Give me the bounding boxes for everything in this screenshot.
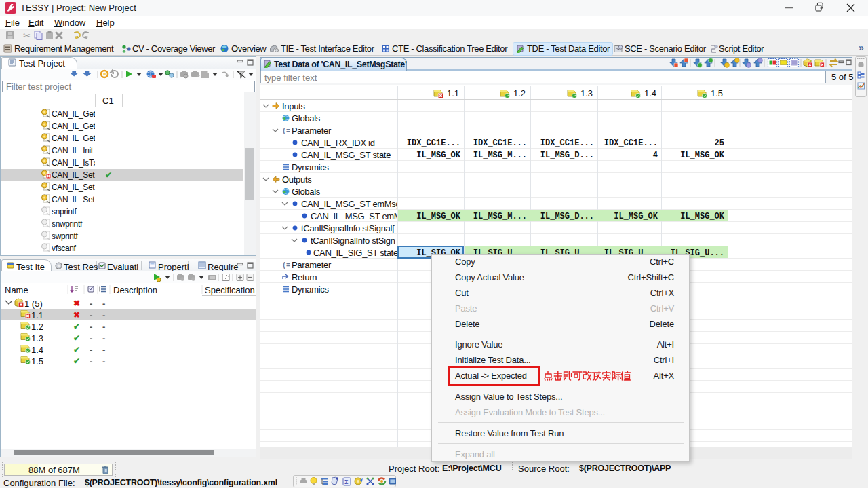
svg-text:(=: (= [282, 262, 290, 269]
svg-text:(=: (= [282, 128, 290, 135]
svg-text:Σ: Σ [344, 478, 349, 485]
